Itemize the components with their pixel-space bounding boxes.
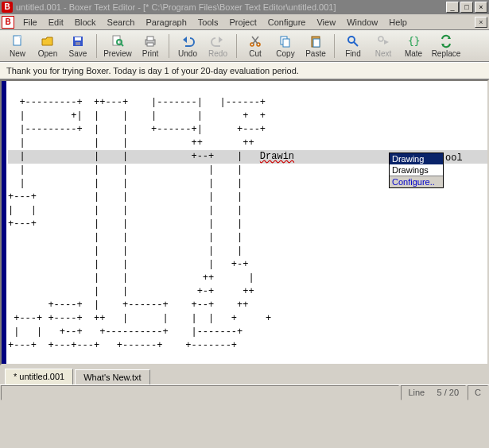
new-button[interactable]: New [2,32,33,60]
file-tab-whatsnew[interactable]: What's New.txt [75,369,149,384]
svg-marker-11 [183,37,187,43]
editor-line: | | | ++ ++ [8,137,254,149]
editor-line: | | | | [8,245,243,257]
paste-button-label: Paste [305,49,326,58]
toolbar-separator [334,34,335,58]
svg-text:{}: {} [408,35,421,47]
file-tab-untitled[interactable]: * untitled.001 [5,369,73,384]
status-bar: Line 5 / 20 C [0,384,489,400]
new-file-icon [10,34,25,48]
svg-rect-10 [147,43,153,46]
menu-configure[interactable]: Configure [262,16,312,29]
doc-icon: B [2,16,14,29]
svg-rect-4 [76,42,80,45]
find-button[interactable]: Find [338,32,368,60]
editor-line: +----+ | +------+ +--+ ++ [8,299,248,311]
editor-area[interactable]: +---------+ ++---+ |-------| |------+ | … [0,79,489,365]
editor-line: +---------+ ++---+ |-------| |------+ [8,97,266,108]
menu-help[interactable]: Help [383,16,413,29]
menu-window[interactable]: Window [341,16,383,29]
next-button-label: Next [375,49,392,58]
new-button-label: New [10,49,25,58]
editor-line: | | | | | [8,164,243,176]
redo-arrow-icon [211,34,225,48]
editor-line: | | ++ | [8,272,254,284]
maximize-button[interactable]: □ [460,2,473,13]
title-bar: B untitled.001 - Boxer Text Editor - [* … [0,0,489,14]
autocomplete-configure[interactable]: Configure.. [390,176,443,187]
menu-tools[interactable]: Tools [192,16,224,29]
replace-button[interactable]: Replace [429,32,464,60]
editor-text[interactable]: +---------+ ++---+ |-------| |------+ | … [8,83,487,364]
undo-button[interactable]: Undo [173,32,203,60]
status-line-value: 5 / 20 [437,388,460,397]
replace-cycle-icon [439,34,453,48]
cut-scissors-icon [248,34,262,48]
mate-button[interactable]: {} Mate [398,32,429,60]
editor-line: | | | +-+ [8,259,248,270]
editor-line: | | | | [8,232,243,243]
copy-button-label: Copy [276,49,294,58]
print-button[interactable]: Print [135,32,165,60]
redo-button[interactable]: Redo [203,32,233,60]
svg-rect-9 [147,37,153,41]
svg-rect-3 [75,37,81,41]
window-controls: _ □ × [446,2,487,13]
paste-button[interactable]: Paste [301,32,331,60]
preview-magnifier-icon [111,34,125,48]
editor-line: +---+ | | | | [8,191,243,203]
copy-button[interactable]: Copy [270,32,301,60]
next-button[interactable]: Next [368,32,398,60]
mate-button-label: Mate [405,49,422,58]
menu-file[interactable]: File [17,16,43,29]
autocomplete-popup[interactable]: Drawing Drawings Configure.. [389,153,444,188]
editor-line-text: | | | +--+ | [8,151,260,162]
open-button-label: Open [38,49,57,58]
toolbar-separator [236,34,237,58]
find-button-label: Find [345,49,360,58]
undo-button-label: Undo [178,49,197,58]
menu-project[interactable]: Project [224,16,262,29]
editor-line: |---------+ | | +------+| +---+ [8,124,266,135]
autocomplete-item[interactable]: Drawing [390,153,443,164]
evaluation-banner: Thank you for trying Boxer. Today is day… [0,62,489,79]
toolbar-separator [96,34,97,58]
open-folder-icon [41,34,55,48]
svg-marker-12 [219,37,223,43]
status-line-cell: Line 5 / 20 [401,385,466,400]
status-message-area [1,385,399,400]
close-button[interactable]: × [475,2,487,13]
save-button[interactable]: Save [63,32,93,60]
save-floppy-icon [71,34,85,48]
menu-block[interactable]: Block [69,16,102,29]
editor-gutter [2,81,6,364]
find-magnifier-icon [346,34,360,48]
svg-rect-18 [283,39,289,47]
open-button[interactable]: Open [33,32,63,60]
cut-button[interactable]: Cut [240,32,270,60]
mdi-close-button[interactable]: × [475,17,487,28]
menu-view[interactable]: View [311,16,341,29]
editor-line: +---+ | | | | [8,218,243,230]
autocomplete-item[interactable]: Drawings [390,164,443,176]
mate-braces-icon: {} [406,34,421,48]
status-mode-cell: C [468,385,488,400]
redo-button-label: Redo [208,49,227,58]
editor-line: +---+ +----+ ++ | | | | + + [8,313,271,324]
print-printer-icon [143,34,157,48]
editor-line: +---+ +---+---+ +------+ +-------+ [8,340,237,351]
svg-rect-20 [313,39,320,47]
file-tabs: * untitled.001 What's New.txt [0,365,489,384]
menu-paragraph[interactable]: Paragraph [140,16,192,29]
replace-button-label: Replace [432,49,461,58]
cut-button-label: Cut [249,49,262,58]
preview-button[interactable]: Preview [100,32,135,60]
paste-clipboard-icon [309,34,323,48]
svg-marker-24 [384,40,389,44]
editor-line: | | +--+ +----------+ |-------+ [8,326,243,338]
menu-search[interactable]: Search [102,16,141,29]
toolbar: New Open Save Preview Print Undo Redo Cu… [0,30,489,62]
menu-edit[interactable]: Edit [43,16,69,29]
minimize-button[interactable]: _ [446,2,459,13]
copy-pages-icon [278,34,293,48]
